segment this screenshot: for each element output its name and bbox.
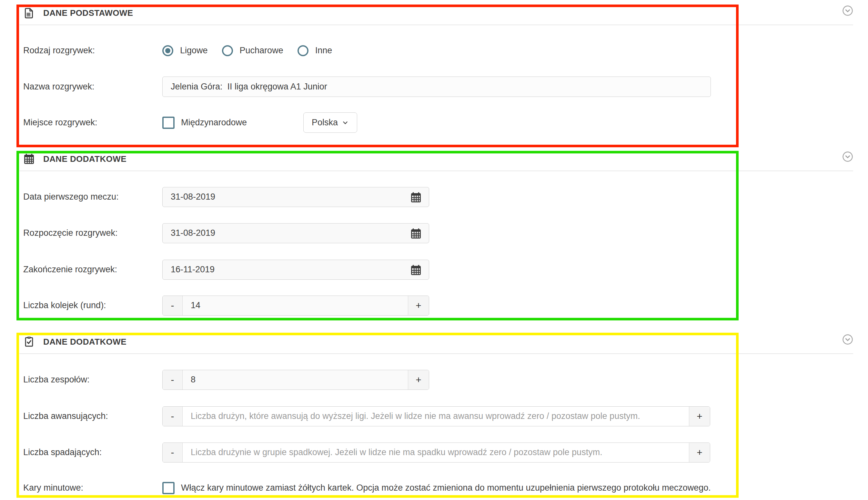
field-label: Liczba zespołów: bbox=[23, 375, 162, 385]
calendar-icon bbox=[23, 153, 35, 165]
section-title: DANE DODATKOWE bbox=[43, 154, 127, 164]
radio-option-pucharowe[interactable]: Pucharowe bbox=[222, 45, 283, 56]
field-label: Liczba kolejek (rund): bbox=[23, 300, 162, 310]
radio-option-ligowe[interactable]: Ligowe bbox=[162, 45, 208, 56]
field-label: Rozpoczęcie rozgrywek: bbox=[23, 228, 162, 238]
document-icon bbox=[23, 7, 35, 19]
increment-button[interactable]: + bbox=[408, 296, 429, 315]
row-miejsce-rozgrywek: Miejsce rozgrywek: Międzynarodowe Polska bbox=[23, 112, 868, 133]
row-liczba-awansujacych: Liczba awansujących: - + bbox=[23, 406, 868, 427]
field-label: Zakończenie rozgrywek: bbox=[23, 264, 162, 274]
zakonczenie-rozgrywek-field[interactable]: 16-11-2019 bbox=[162, 260, 429, 280]
date-value: 31-08-2019 bbox=[171, 192, 215, 202]
section-title: DANE PODSTAWOWE bbox=[43, 8, 133, 18]
liczba-awansujacych-stepper: - + bbox=[162, 406, 710, 427]
radio-inne[interactable] bbox=[297, 45, 308, 56]
row-data-pierwszego-meczu: Data pierwszego meczu: 31-08-2019 bbox=[23, 187, 868, 207]
collapse-section-icon[interactable] bbox=[842, 334, 853, 345]
liczba-spadajacych-input[interactable] bbox=[183, 443, 689, 462]
liczba-kolejek-input[interactable] bbox=[183, 296, 408, 315]
row-zakonczenie-rozgrywek: Zakończenie rozgrywek: 16-11-2019 bbox=[23, 259, 868, 280]
rodzaj-radio-group: Ligowe Pucharowe Inne bbox=[162, 45, 346, 56]
field-label: Liczba awansujących: bbox=[23, 411, 162, 421]
radio-label: Pucharowe bbox=[240, 46, 283, 56]
field-label: Nazwa rozgrywek: bbox=[23, 82, 162, 92]
nazwa-rozgrywek-input[interactable] bbox=[162, 77, 711, 97]
rozpoczecie-rozgrywek-field[interactable]: 31-08-2019 bbox=[162, 223, 429, 243]
kary-minutowe-checkbox[interactable] bbox=[162, 482, 175, 494]
row-liczba-kolejek: Liczba kolejek (rund): - + bbox=[23, 295, 868, 316]
decrement-button[interactable]: - bbox=[163, 296, 183, 315]
decrement-button[interactable]: - bbox=[163, 407, 183, 426]
row-kary-minutowe: Kary minutowe: Włącz kary minutowe zamia… bbox=[23, 478, 868, 498]
section-title: DANE DODATKOWE bbox=[43, 337, 127, 347]
field-label: Liczba spadających: bbox=[23, 447, 162, 457]
liczba-kolejek-stepper: - + bbox=[162, 296, 429, 316]
calendar-picker-icon[interactable] bbox=[410, 228, 422, 239]
section-header-dane-podstawowe: DANE PODSTAWOWE bbox=[19, 1, 853, 25]
miedzynarodowe-checkbox[interactable] bbox=[162, 117, 175, 129]
collapse-section-icon[interactable] bbox=[842, 5, 853, 16]
section-header-dane-dodatkowe-2: DANE DODATKOWE bbox=[19, 330, 853, 354]
field-label: Rodzaj rozgrywek: bbox=[23, 46, 162, 56]
radio-pucharowe[interactable] bbox=[222, 45, 233, 56]
row-liczba-spadajacych: Liczba spadających: - + bbox=[23, 442, 868, 463]
increment-button[interactable]: + bbox=[689, 443, 710, 462]
data-pierwszego-meczu-field[interactable]: 31-08-2019 bbox=[162, 187, 429, 207]
liczba-awansujacych-input[interactable] bbox=[183, 407, 689, 426]
decrement-button[interactable]: - bbox=[163, 370, 183, 389]
clipboard-check-icon bbox=[23, 336, 35, 348]
checkbox-label: Włącz kary minutowe zamiast żółtych kart… bbox=[181, 483, 711, 493]
radio-ligowe[interactable] bbox=[162, 45, 173, 56]
date-value: 16-11-2019 bbox=[171, 264, 214, 274]
country-dropdown[interactable]: Polska bbox=[303, 112, 357, 133]
row-rodzaj-rozgrywek: Rodzaj rozgrywek: Ligowe Pucharowe Inne bbox=[23, 41, 868, 61]
liczba-zespolow-stepper: - + bbox=[162, 370, 429, 390]
increment-button[interactable]: + bbox=[408, 370, 429, 389]
section-header-dane-dodatkowe-1: DANE DODATKOWE bbox=[19, 147, 853, 171]
checkbox-label: Międzynarodowe bbox=[181, 117, 247, 128]
liczba-zespolow-input[interactable] bbox=[183, 370, 408, 389]
field-label: Data pierwszego meczu: bbox=[23, 192, 162, 202]
radio-label: Inne bbox=[315, 46, 332, 56]
radio-label: Ligowe bbox=[180, 46, 208, 56]
date-value: 31-08-2019 bbox=[171, 228, 215, 238]
radio-option-inne[interactable]: Inne bbox=[297, 45, 332, 56]
field-label: Kary minutowe: bbox=[23, 483, 162, 493]
decrement-button[interactable]: - bbox=[163, 443, 183, 462]
calendar-picker-icon[interactable] bbox=[410, 264, 422, 276]
row-rozpoczecie-rozgrywek: Rozpoczęcie rozgrywek: 31-08-2019 bbox=[23, 223, 868, 243]
increment-button[interactable]: + bbox=[689, 407, 710, 426]
collapse-section-icon[interactable] bbox=[842, 151, 853, 162]
calendar-picker-icon[interactable] bbox=[410, 192, 422, 203]
country-dropdown-value: Polska bbox=[312, 117, 338, 128]
row-nazwa-rozgrywek: Nazwa rozgrywek: bbox=[23, 77, 868, 97]
field-label: Miejsce rozgrywek: bbox=[23, 117, 162, 128]
row-liczba-zespolow: Liczba zespołów: - + bbox=[23, 370, 868, 390]
liczba-spadajacych-stepper: - + bbox=[162, 443, 710, 463]
